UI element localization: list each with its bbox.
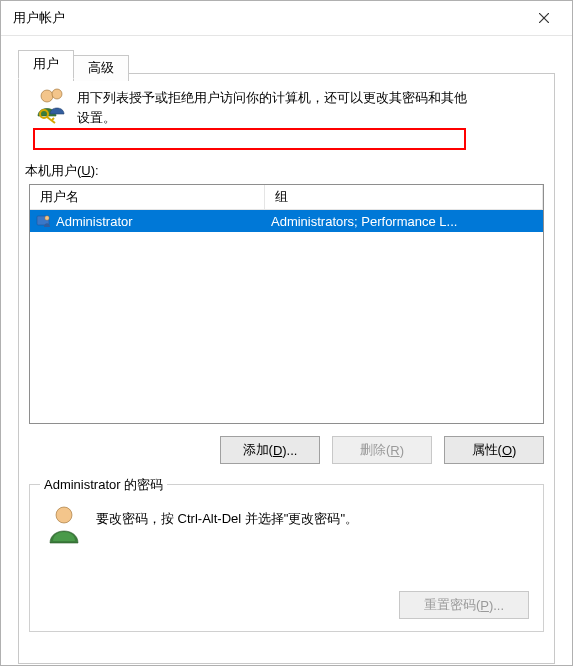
tabstrip: 用户 高级 (18, 50, 128, 79)
user-table[interactable]: 用户名 组 Administrato (29, 184, 544, 424)
col-group[interactable]: 组 (265, 185, 543, 209)
svg-point-9 (56, 507, 72, 523)
tabpanel-users: 用下列表授予或拒绝用户访问你的计算机，还可以更改其密码和其他 设置。 本机用户(… (18, 73, 555, 664)
panel-header: 用下列表授予或拒绝用户访问你的计算机，还可以更改其密码和其他 设置。 (33, 86, 540, 127)
user-accounts-dialog: 用户帐户 用户 高级 (0, 0, 573, 666)
svg-point-8 (45, 216, 49, 220)
user-row-icon (36, 213, 52, 229)
reset-password-button: 重置密码(P)... (399, 591, 529, 619)
add-button[interactable]: 添加(D)... (220, 436, 320, 464)
password-user-icon (44, 503, 96, 548)
password-group-legend: Administrator 的密码 (40, 476, 167, 494)
remove-button: 删除(R) (332, 436, 432, 464)
table-header: 用户名 组 (30, 185, 543, 210)
password-groupbox: Administrator 的密码 要改密码，按 Ctrl-Alt-Del 并选… (29, 484, 544, 632)
tab-users[interactable]: 用户 (18, 50, 74, 79)
users-keys-icon (33, 86, 77, 127)
user-list-label: 本机用户(U): (25, 162, 99, 180)
close-button[interactable] (524, 4, 564, 32)
close-icon (539, 13, 549, 23)
titlebar[interactable]: 用户帐户 (1, 1, 572, 36)
table-row[interactable]: Administrator Administrators; Performanc… (30, 210, 543, 232)
window-title: 用户帐户 (13, 9, 524, 27)
user-action-buttons: 添加(D)... 删除(R) 属性(O) (220, 436, 544, 464)
password-instruction-text: 要改密码，按 Ctrl-Alt-Del 并选择"更改密码"。 (96, 503, 529, 530)
properties-button[interactable]: 属性(O) (444, 436, 544, 464)
tab-advanced[interactable]: 高级 (73, 55, 129, 81)
cell-username: Administrator (56, 214, 133, 229)
highlight-box (33, 128, 466, 150)
panel-header-text: 用下列表授予或拒绝用户访问你的计算机，还可以更改其密码和其他 设置。 (77, 86, 540, 127)
col-username[interactable]: 用户名 (30, 185, 265, 209)
svg-line-6 (52, 118, 54, 120)
cell-group: Administrators; Performance L... (271, 214, 457, 229)
svg-point-3 (52, 89, 62, 99)
svg-point-2 (41, 90, 53, 102)
